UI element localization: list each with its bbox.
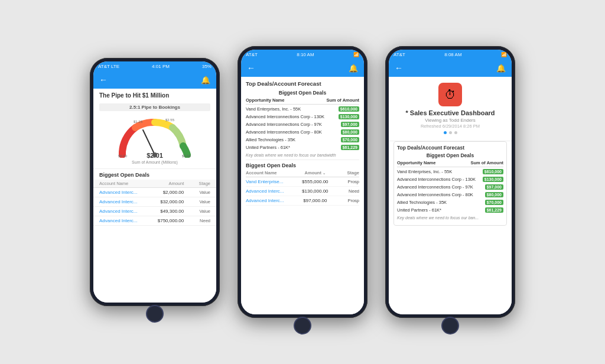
page-content-3: ⏱ * Sales Executive Dashboard Viewing as… (389, 77, 512, 314)
open-col-stage-2: Stage (334, 170, 359, 176)
nav-bar-2: ← 🔔 (241, 59, 364, 77)
deal-amount-3: $130,000 (483, 177, 503, 182)
back-button-2[interactable]: ← (247, 63, 255, 73)
bell-icon-3[interactable]: 🔔 (496, 64, 506, 73)
open-row-stage: Prosp (334, 179, 359, 184)
deal-amount-3: $97,000 (485, 184, 503, 190)
nav-bar-3: ← 🔔 (389, 59, 512, 77)
svg-line-0 (143, 130, 155, 155)
deal-amount-3: $80,000 (485, 192, 503, 197)
phone2-title: Top Deals/Account Forecast (246, 80, 359, 87)
deal-row-3[interactable]: Allied Technologies - 35K $70,000 (397, 199, 503, 206)
deals-col-name-2: Opportunity Name (246, 98, 326, 103)
deal-amount: $610,000 (339, 106, 359, 112)
deal-row[interactable]: Advanced Interconnections Corp - 97K $97… (246, 121, 359, 128)
section-header-1: Biggest Open Deals (93, 168, 216, 180)
deal-row[interactable]: Advanced Interconnections Corp - 130K $1… (246, 113, 359, 120)
dashboard-icon: ⏱ (438, 83, 462, 106)
deal-row[interactable]: United Partners - 61K* $61,229 (246, 144, 359, 151)
deals-header-3: Opportunity Name Sum of Amount (397, 160, 503, 167)
svg-text:$2.55: $2.55 (165, 118, 175, 122)
sort-arrow-icon[interactable]: ⌄ (323, 171, 326, 175)
status-battery-1: 35% (202, 64, 212, 69)
deals-section-title-2: Biggest Open Deals (246, 90, 359, 96)
status-battery-3: 📶 (501, 52, 507, 57)
bell-icon-1[interactable]: 🔔 (201, 76, 210, 84)
deal-row-3[interactable]: Vand Enterprises, Inc. - 55K $610,000 (397, 168, 503, 175)
deal-name: United Partners - 61K* (246, 145, 341, 150)
gauge-svg: $0.00 $1.25 $2.55 $3.00 (113, 113, 196, 158)
status-bar-2: AT&T 8:10 AM 📶 (241, 50, 364, 59)
deal-row-3[interactable]: Advanced Interconnections Corp - 80K $80… (397, 191, 503, 198)
deal-name-3: Vand Enterprises, Inc. - 55K (397, 169, 483, 174)
svg-text:$0.00: $0.00 (118, 154, 128, 158)
page-title-1: The Pipe to Hit $1 Million (93, 89, 216, 101)
deal-row[interactable]: Allied Technologies - 35K $70,000 (246, 136, 359, 143)
open-row[interactable]: Vand Enterprise... $555,000.00 Prosp (246, 177, 359, 187)
home-button-3[interactable] (441, 317, 459, 334)
home-button-2[interactable] (294, 317, 311, 334)
deal-name-3: Advanced Interconnections Corp - 130K (397, 177, 483, 182)
status-time-1: 4:01 PM (152, 64, 170, 69)
deal-name-3: Advanced Interconnections Corp - 80K (397, 192, 485, 197)
gauge-wrapper: $0.00 $1.25 $2.55 $3.00 (113, 113, 196, 158)
deal-name-3: United Partners - 61K* (397, 207, 485, 213)
nav-bar-1: ← 🔔 (93, 71, 216, 89)
open-row-amount: $97,000.00 (296, 198, 334, 203)
table-row[interactable]: Advanced Interc... $32,000.00 Value (93, 197, 216, 207)
bell-icon-2[interactable]: 🔔 (349, 64, 358, 73)
col-header-name-1: Account Name (99, 181, 152, 186)
deal-row[interactable]: Vand Enterprises, Inc. - 55K $610,000 (246, 106, 359, 112)
status-carrier-1: AT&T LTE (98, 64, 119, 69)
deal-row-3[interactable]: Advanced Interconnections Corp - 97K $97… (397, 184, 503, 190)
deal-row-3[interactable]: United Partners - 61K* $61,229 (397, 207, 503, 213)
row-stage: Value (184, 209, 210, 214)
gauge-section: 2.5:1 Pipe to Bookings (93, 101, 216, 167)
open-row-name: Advanced Interc... (246, 198, 296, 203)
deal-name: Advanced Interconnections Corp - 130K (246, 114, 339, 119)
row-amount: $2,000.00 (152, 190, 184, 195)
deal-row[interactable]: Advanced Interconnections Corp - 80K $80… (246, 129, 359, 135)
table-row[interactable]: Advanced Interc... $49,300.00 Value (93, 207, 216, 216)
hero-section: ⏱ * Sales Executive Dashboard Viewing as… (389, 77, 512, 141)
deal-amount-3: $61,229 (485, 207, 503, 213)
deal-amount: $80,000 (341, 129, 359, 135)
open-row[interactable]: Advanced Interc... $130,000.00 Need (246, 187, 359, 196)
deals-col-name-3: Opportunity Name (397, 160, 470, 165)
svg-point-1 (152, 152, 157, 157)
col-header-stage-1: Stage (184, 181, 210, 186)
open-deals-header-2: Biggest Open Deals (246, 162, 359, 168)
open-row[interactable]: Advanced Interc... $97,000.00 Prosp (246, 196, 359, 206)
back-button-3[interactable]: ← (395, 63, 403, 73)
deal-amount: $70,000 (341, 137, 359, 142)
page-content-2: Top Deals/Account Forecast Biggest Open … (241, 77, 364, 314)
back-button-1[interactable]: ← (99, 75, 108, 84)
deal-name: Advanced Interconnections Corp - 80K (246, 129, 341, 135)
status-time-3: 8:08 AM (444, 52, 461, 57)
open-row-amount: $555,000.00 (296, 179, 334, 184)
status-time-2: 8:10 AM (297, 52, 314, 57)
open-col-amount-2: Amount ⌄ (296, 170, 334, 176)
open-col-name-2: Account Name (246, 170, 296, 176)
deal-row-3[interactable]: Advanced Interconnections Corp - 130K $1… (397, 176, 503, 183)
row-stage: Need (184, 218, 210, 223)
dot-1[interactable] (444, 131, 447, 134)
row-stage: Value (184, 190, 210, 195)
svg-text:$1.25: $1.25 (134, 120, 143, 124)
table-row[interactable]: Advanced Interc... $2,000.00 Value (93, 188, 216, 197)
open-row-name: Vand Enterprise... (246, 179, 296, 184)
row-amount: $32,000.00 (152, 199, 184, 204)
dot-3[interactable] (454, 131, 457, 134)
row-stage: Value (184, 199, 210, 204)
open-row-stage: Prosp (334, 198, 359, 203)
open-row-stage: Need (334, 188, 359, 194)
phone3-card: Top Deals/Account Forecast Biggest Open … (393, 141, 507, 226)
open-row-name: Advanced Interc... (246, 188, 296, 194)
dot-2[interactable] (449, 131, 452, 134)
table-row[interactable]: Advanced Interc... $750,000.00 Need (93, 216, 216, 226)
table-header-1: Account Name Amount Stage (93, 180, 216, 188)
status-carrier-3: AT&T (393, 52, 405, 57)
row-amount: $49,300.00 (152, 209, 184, 214)
home-button-1[interactable] (146, 305, 164, 323)
col-header-amount-1: Amount (152, 181, 184, 186)
